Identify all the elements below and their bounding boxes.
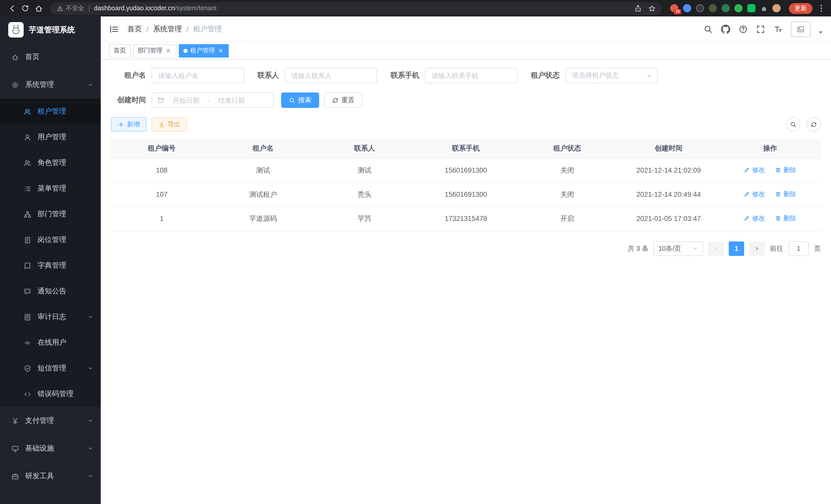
close-icon[interactable] (165, 47, 172, 54)
search-icon (289, 97, 295, 103)
extensions-puzzle-icon[interactable] (760, 4, 768, 12)
help-question-icon[interactable] (739, 24, 748, 34)
goto-page-input[interactable] (789, 241, 809, 256)
tenant-name-input[interactable] (152, 68, 244, 83)
delete-link[interactable]: 删除 (775, 214, 796, 223)
address-bar[interactable]: 不安全 dashboard.yudao.iocoder.cn /system/t… (50, 2, 662, 14)
font-size-icon[interactable] (773, 24, 783, 34)
omnibox-divider (89, 5, 89, 11)
search-button[interactable]: 搜索 (281, 92, 319, 108)
refresh-table-button[interactable] (806, 117, 821, 131)
download-icon (158, 121, 165, 128)
search-icon[interactable] (704, 24, 713, 34)
refresh-icon (810, 121, 817, 128)
prev-page-button[interactable] (708, 241, 724, 256)
goto-label: 前往 (770, 244, 783, 253)
edit-link[interactable]: 修改 (744, 214, 765, 223)
share-icon[interactable] (634, 4, 642, 12)
logo[interactable]: 芋道管理系统 (0, 17, 101, 43)
delete-link[interactable]: 删除 (775, 166, 796, 175)
end-date-input[interactable] (213, 96, 250, 104)
user-avatar[interactable] (791, 21, 810, 37)
security-warning-icon (57, 5, 63, 11)
tab-home[interactable]: 首页 (109, 44, 131, 57)
browser-update-button[interactable]: 更新 (789, 3, 812, 13)
bookmark-star-icon[interactable] (648, 4, 656, 12)
fullscreen-icon[interactable] (756, 24, 765, 34)
browser-home-button[interactable] (32, 2, 45, 15)
extension-icon-3[interactable] (696, 4, 704, 12)
sidebar-item-role[interactable]: 角色管理 (0, 150, 101, 176)
github-icon[interactable] (721, 24, 730, 34)
sidebar-item-error-code[interactable]: 错误码管理 (0, 381, 101, 407)
sidebar-item-tenant[interactable]: 租户管理 (0, 99, 101, 124)
tenant-name-label: 租户名 (111, 71, 146, 80)
home-icon (11, 53, 19, 61)
sidebar-fold-icon[interactable] (109, 24, 119, 34)
browser-back-button[interactable] (5, 2, 19, 15)
add-button[interactable]: 新增 (111, 117, 146, 131)
plus-icon (118, 121, 124, 128)
status-text: 关闭 (516, 182, 618, 207)
avatar-caret-down-icon[interactable] (819, 31, 823, 34)
trash-icon (775, 167, 781, 173)
extension-icon-7[interactable] (747, 4, 755, 12)
create-time-label: 创建时间 (111, 95, 146, 105)
edit-link[interactable]: 修改 (744, 166, 765, 175)
sidebar-item-dept[interactable]: 部门管理 (0, 201, 101, 227)
sidebar-item-sms[interactable]: 短信管理 (0, 356, 101, 381)
next-page-button[interactable] (749, 241, 765, 256)
profile-avatar-icon[interactable] (772, 4, 781, 12)
sidebar-item-dev-tools[interactable]: 研发工具 (0, 463, 101, 490)
chevron-down-icon (646, 72, 653, 79)
browser-menu-icon[interactable] (816, 4, 826, 13)
org-tree-icon (24, 210, 31, 218)
top-navbar: 首页 / 系统管理 / 租户管理 (101, 17, 831, 42)
logo-rabbit-icon (8, 22, 24, 37)
toggle-search-button[interactable] (786, 117, 800, 131)
chevron-down-icon (87, 473, 93, 479)
breadcrumb-system[interactable]: 系统管理 (153, 24, 182, 34)
table-row: 1 芋道源码 芋艿 17321315478 开启 2021-01-05 17:0… (111, 207, 821, 231)
close-icon[interactable] (218, 47, 224, 54)
sidebar-item-system[interactable]: 系统管理 (0, 71, 101, 99)
reset-button[interactable]: 重置 (324, 92, 362, 108)
sidebar-item-dict[interactable]: 字典管理 (0, 253, 101, 278)
browser-reload-button[interactable] (19, 2, 32, 15)
contact-input[interactable] (285, 68, 377, 83)
tab-dept[interactable]: 部门管理 (133, 44, 176, 57)
extension-icon-2[interactable] (683, 4, 691, 12)
breadcrumb-home[interactable]: 首页 (127, 24, 142, 34)
sidebar-item-notice[interactable]: 通知公告 (0, 278, 101, 304)
page-size-select[interactable]: 10条/页 (654, 241, 703, 256)
broken-image-icon (797, 25, 805, 33)
delete-link[interactable]: 删除 (775, 190, 796, 199)
extension-icon-6[interactable] (735, 4, 743, 12)
chevron-up-icon (87, 82, 93, 88)
extension-icon-4[interactable] (709, 4, 717, 12)
tenant-page: 租户名 联系人 联系手机 租户状态 请选择租户状态 (101, 60, 831, 504)
sidebar-item-payment[interactable]: 支付管理 (0, 407, 101, 435)
start-date-input[interactable] (168, 96, 204, 104)
sidebar-item-home[interactable]: 首页 (0, 43, 101, 71)
edit-link[interactable]: 修改 (744, 190, 765, 199)
pagination-total: 共 3 条 (628, 244, 649, 253)
extension-icon-5[interactable] (721, 4, 730, 12)
sidebar-item-online-user[interactable]: 在线用户 (0, 330, 101, 356)
page-number-button[interactable]: 1 (729, 241, 744, 256)
sidebar-item-audit-log[interactable]: 审计日志 (0, 304, 101, 330)
status-select[interactable]: 请选择租户状态 (565, 68, 658, 83)
tab-tenant[interactable]: 租户管理 (179, 44, 229, 57)
col-tenant-name: 租户名 (212, 139, 314, 158)
sidebar-item-user[interactable]: 用户管理 (0, 124, 101, 150)
sidebar-item-post[interactable]: 岗位管理 (0, 227, 101, 253)
sidebar-item-infrastructure[interactable]: 基础设施 (0, 435, 101, 463)
contact-label: 联系人 (257, 71, 279, 80)
extension-icon-1[interactable]: 10 (670, 4, 678, 12)
export-button[interactable]: 导出 (152, 117, 187, 131)
sidebar-item-menu[interactable]: 菜单管理 (0, 176, 101, 201)
phone-input[interactable] (425, 68, 517, 83)
create-time-range-picker[interactable]: - (152, 92, 274, 108)
col-status: 租户状态 (516, 139, 618, 158)
extension-toolbar: 10 (670, 4, 781, 12)
